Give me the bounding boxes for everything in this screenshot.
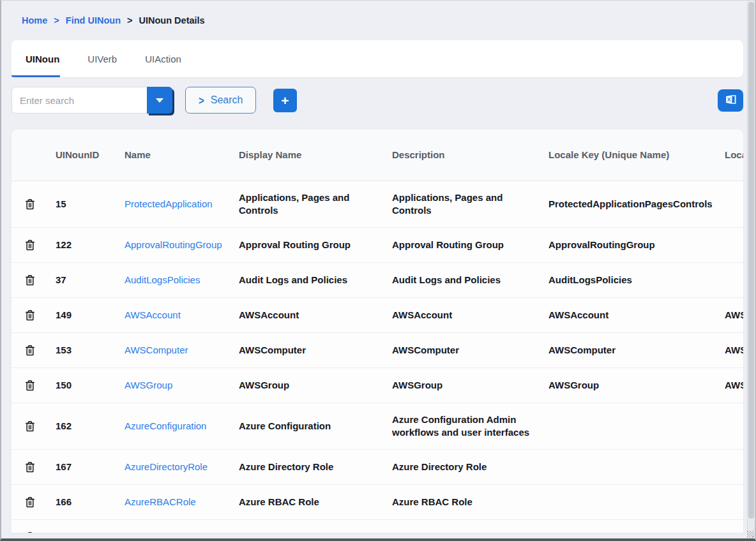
locale-key-cell: AWSAccount <box>548 297 725 332</box>
uinounid-cell: 166 <box>56 484 125 519</box>
table-header-row: UINounIDNameDisplay NameDescriptionLocal… <box>11 130 743 181</box>
name-cell: AWSGroup <box>125 367 239 403</box>
description-cell: Azure Configuration Admin workflows and … <box>392 403 548 449</box>
uinoun-name-link[interactable]: AzureDirectoryRole <box>125 461 208 472</box>
name-cell: AzureRBACRole <box>125 484 239 519</box>
search-button[interactable]: > Search <box>185 87 256 114</box>
tab-uinoun[interactable]: UINoun <box>11 40 73 77</box>
add-button[interactable]: + <box>273 89 297 112</box>
locale-key-cell: ApprovalRoutingGroup <box>548 227 725 262</box>
description-cell: Approval Routing Group <box>392 227 548 262</box>
uinoun-name-link[interactable]: ApprovalRoutingGroup <box>125 239 222 250</box>
display-name-cell: AWSAccount <box>239 297 392 332</box>
vertical-scrollbar-track[interactable] <box>747 1 755 538</box>
uinounid-cell: 167 <box>56 449 125 484</box>
breadcrumb: Home > Find UINoun > UINoun Details <box>22 15 205 26</box>
breadcrumb-separator: > <box>54 15 59 26</box>
name-cell: ApprovalRoutingGroup <box>125 227 239 262</box>
delete-row-button[interactable] <box>24 308 36 322</box>
breadcrumb-find-uinoun-link[interactable]: Find UINoun <box>66 15 121 26</box>
window-resize-grip[interactable] <box>747 531 754 538</box>
display-name-cell: Audit Logs and Policies <box>239 262 392 297</box>
row-actions-cell <box>11 332 56 367</box>
display-name-cell: Approval Routing Group <box>239 227 392 262</box>
caret-down-icon <box>156 98 163 103</box>
tab-uiverb[interactable]: UIVerb <box>73 40 131 77</box>
search-input[interactable] <box>11 87 147 114</box>
column-header-1: UINounID <box>56 130 125 181</box>
tab-bar: UINoun UIVerb UIAction <box>11 40 743 77</box>
delete-row-button[interactable] <box>24 460 36 474</box>
uinounid-cell: 15 <box>56 181 125 227</box>
excel-export-button[interactable]: X <box>718 89 743 112</box>
delete-row-button[interactable] <box>24 343 36 357</box>
trash-icon <box>24 343 36 357</box>
trash-icon <box>24 460 36 474</box>
uinoun-name-link[interactable]: AuditLogsPolicies <box>125 274 200 285</box>
tab-uinoun-label: UINoun <box>26 54 59 64</box>
description-cell: Azure Reports <box>392 519 548 533</box>
breadcrumb-home-link[interactable]: Home <box>22 15 47 26</box>
table-body: 15 ProtectedApplication Applications, Pa… <box>11 181 743 533</box>
display-name-cell: Azure Directory Role <box>239 449 392 484</box>
locale-key-cell <box>548 484 725 519</box>
row-actions-cell <box>11 181 56 227</box>
name-cell: AzureDirectoryRole <box>125 449 239 484</box>
uinounid-cell: 163 <box>56 519 125 533</box>
locale-key-cell <box>548 403 725 449</box>
uinoun-name-link[interactable]: AWSComputer <box>125 345 188 355</box>
description-cell: AWSAccount <box>392 297 548 332</box>
locale-key-cell <box>548 449 725 484</box>
name-cell: AuditLogsPolicies <box>125 262 239 297</box>
row-actions-cell <box>11 449 56 484</box>
delete-row-button[interactable] <box>24 273 36 287</box>
vertical-scrollbar-thumb[interactable] <box>748 2 754 519</box>
name-cell: AzureConfiguration <box>125 403 239 449</box>
tab-uiaction[interactable]: UIAction <box>131 40 195 77</box>
uinoun-table: UINounIDNameDisplay NameDescriptionLocal… <box>11 130 743 533</box>
row-actions-cell <box>11 403 56 449</box>
trash-icon <box>24 238 36 252</box>
locale-extra-cell <box>725 227 743 262</box>
locale-extra-cell <box>725 484 743 519</box>
uinoun-name-link[interactable]: AzureConfiguration <box>125 420 206 431</box>
row-actions-cell <box>11 484 56 519</box>
delete-row-button[interactable] <box>24 378 36 392</box>
uinoun-table-card: UINounIDNameDisplay NameDescriptionLocal… <box>11 130 743 533</box>
table-row: 37 AuditLogsPolicies Audit Logs and Poli… <box>11 262 743 297</box>
app-window: Home > Find UINoun > UINoun Details UINo… <box>0 0 756 541</box>
locale-key-cell <box>548 519 725 533</box>
uinoun-name-link[interactable]: AWSGroup <box>125 380 172 390</box>
trash-icon <box>24 378 36 392</box>
trash-icon <box>24 419 36 433</box>
table-row: 163 AzureReport Azure Report Azure Repor… <box>11 519 743 533</box>
uinoun-name-link[interactable]: AzureReport <box>125 531 178 533</box>
uinounid-cell: 162 <box>56 403 125 449</box>
display-name-cell: AWSGroup <box>239 367 392 403</box>
delete-row-button[interactable] <box>24 238 36 252</box>
uinoun-name-link[interactable]: ProtectedApplication <box>125 198 213 209</box>
locale-extra-cell <box>725 519 743 533</box>
uinounid-cell: 153 <box>56 332 125 367</box>
name-cell: ProtectedApplication <box>125 181 239 227</box>
uinoun-name-link[interactable]: AzureRBACRole <box>125 496 196 507</box>
search-dropdown-button[interactable] <box>147 87 172 114</box>
locale-extra-cell <box>725 262 743 297</box>
column-header-3: Display Name <box>239 130 392 181</box>
table-row: 167 AzureDirectoryRole Azure Directory R… <box>11 449 743 484</box>
search-group <box>11 87 172 114</box>
locale-key-cell: AWSGroup <box>548 367 725 403</box>
delete-row-button[interactable] <box>24 419 36 433</box>
delete-row-button[interactable] <box>24 530 36 533</box>
trash-icon <box>24 308 36 322</box>
delete-row-button[interactable] <box>24 495 36 509</box>
locale-key-cell: AuditLogsPolicies <box>548 262 725 297</box>
row-actions-cell <box>11 519 56 533</box>
name-cell: AWSComputer <box>125 332 239 367</box>
delete-row-button[interactable] <box>24 197 36 211</box>
excel-export-icon: X <box>723 93 738 108</box>
uinoun-name-link[interactable]: AWSAccount <box>125 309 181 320</box>
locale-extra-cell: AWSC <box>725 332 743 367</box>
trash-icon <box>24 495 36 509</box>
row-actions-cell <box>11 227 56 262</box>
